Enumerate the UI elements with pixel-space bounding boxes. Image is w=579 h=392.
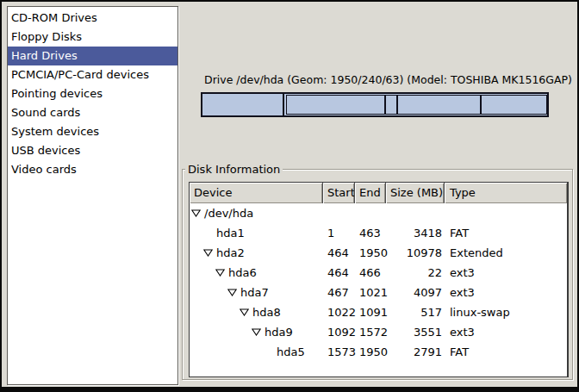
start-cell xyxy=(323,203,355,223)
table-row[interactable]: hda7 467 1021 4097 ext3 xyxy=(190,283,567,302)
start-cell: 467 xyxy=(323,283,355,302)
drive-geometry-label: Drive /dev/hda (Geom: 1950/240/63) (Mode… xyxy=(204,73,572,86)
size-cell: 3551 xyxy=(386,322,445,342)
partition-bar xyxy=(201,92,549,117)
type-cell: FAT xyxy=(445,223,567,243)
end-cell: 463 xyxy=(355,223,386,243)
device-name: /dev/hda xyxy=(204,203,253,223)
end-cell: 1950 xyxy=(355,342,386,362)
expander-triangle-icon[interactable] xyxy=(240,308,249,316)
device-cell: hda1 xyxy=(190,223,323,243)
table-row[interactable]: hda9 1092 1572 3551 ext3 xyxy=(190,322,567,342)
column-header-size-mb-[interactable]: Size (MB) xyxy=(386,183,445,203)
start-cell: 1022 xyxy=(323,302,355,322)
sidebar-item-usb-devices[interactable]: USB devices xyxy=(8,141,177,160)
device-category-list[interactable]: CD-ROM DrivesFloppy DisksHard DrivesPCMC… xyxy=(7,6,178,385)
partition-extended-box xyxy=(286,95,547,115)
end-cell xyxy=(355,203,386,223)
size-cell xyxy=(386,203,445,223)
start-cell: 464 xyxy=(323,263,355,283)
type-cell xyxy=(445,203,567,223)
sidebar-item-video-cards[interactable]: Video cards xyxy=(8,160,177,179)
device-cell: /dev/hda xyxy=(190,203,323,223)
disk-table-header: DeviceStartEndSize (MB)Type xyxy=(190,183,567,203)
end-cell: 1091 xyxy=(355,302,386,322)
type-cell: ext3 xyxy=(445,263,567,283)
size-cell: 517 xyxy=(386,302,445,322)
column-header-type[interactable]: Type xyxy=(445,183,567,203)
end-cell: 1572 xyxy=(355,322,386,342)
type-cell: Extended xyxy=(445,243,567,263)
expander-triangle-icon[interactable] xyxy=(203,249,213,257)
expander-triangle-icon[interactable] xyxy=(215,269,225,277)
sidebar-item-floppy-disks[interactable]: Floppy Disks xyxy=(8,28,177,47)
column-header-start[interactable]: Start xyxy=(323,183,355,203)
disk-table-body: /dev/hda hda1 1 463 3418 FAT hda2 464 19… xyxy=(190,203,567,362)
size-cell: 2791 xyxy=(386,342,445,362)
sidebar-item-pcmcia-pc-card-devices[interactable]: PCMCIA/PC-Card devices xyxy=(8,65,177,84)
start-cell: 464 xyxy=(323,243,355,263)
partition-divider xyxy=(396,96,398,114)
sidebar-item-pointing-devices[interactable]: Pointing devices xyxy=(8,84,177,103)
type-cell: ext3 xyxy=(445,322,567,342)
end-cell: 1021 xyxy=(355,283,386,302)
device-name: hda1 xyxy=(216,223,245,243)
partition-segment-primary xyxy=(202,94,284,115)
sidebar-item-hard-drives[interactable]: Hard Drives xyxy=(8,47,177,65)
table-row[interactable]: hda5 1573 1950 2791 FAT xyxy=(190,342,567,362)
device-name: hda7 xyxy=(240,283,269,302)
disk-information-frame: Disk Information DeviceStartEndSize (MB)… xyxy=(182,169,573,380)
sidebar-item-system-devices[interactable]: System devices xyxy=(8,122,177,141)
table-row[interactable]: hda6 464 466 22 ext3 xyxy=(190,263,567,283)
device-cell: hda7 xyxy=(190,283,323,302)
size-cell: 10978 xyxy=(386,243,445,263)
device-name: hda6 xyxy=(228,263,257,283)
end-cell: 1950 xyxy=(355,243,386,263)
device-cell: hda5 xyxy=(190,342,323,362)
end-cell: 466 xyxy=(355,263,386,283)
expander-triangle-icon[interactable] xyxy=(191,209,201,217)
column-header-end[interactable]: End xyxy=(355,183,386,203)
expander-triangle-icon[interactable] xyxy=(252,328,261,336)
column-header-device[interactable]: Device xyxy=(190,183,323,203)
disk-table: DeviceStartEndSize (MB)Type /dev/hda hda… xyxy=(189,182,569,377)
expander-triangle-icon[interactable] xyxy=(227,289,237,296)
size-cell: 4097 xyxy=(386,283,445,302)
hardware-browser-window: CD-ROM DrivesFloppy DisksHard DrivesPCMC… xyxy=(0,0,579,392)
device-name: hda5 xyxy=(277,342,305,362)
start-cell: 1 xyxy=(323,223,355,243)
frame-title: Disk Information xyxy=(185,163,283,176)
start-cell: 1092 xyxy=(323,322,355,342)
device-name: hda2 xyxy=(216,243,245,263)
partition-divider xyxy=(384,96,386,114)
sidebar-item-sound-cards[interactable]: Sound cards xyxy=(8,103,177,122)
size-cell: 3418 xyxy=(386,223,445,243)
device-name: hda9 xyxy=(265,322,293,342)
size-cell: 22 xyxy=(386,263,445,283)
type-cell: FAT xyxy=(445,342,567,362)
type-cell: ext3 xyxy=(445,283,567,302)
sidebar-item-cd-rom-drives[interactable]: CD-ROM Drives xyxy=(8,9,177,28)
start-cell: 1573 xyxy=(323,342,355,362)
table-row[interactable]: hda1 1 463 3418 FAT xyxy=(190,223,567,243)
device-name: hda8 xyxy=(252,302,281,322)
device-cell: hda6 xyxy=(190,263,323,283)
table-row[interactable]: /dev/hda xyxy=(190,203,567,223)
table-row[interactable]: hda8 1022 1091 517 linux-swap xyxy=(190,302,567,322)
partition-divider xyxy=(480,96,482,114)
device-cell: hda2 xyxy=(190,243,323,263)
table-row[interactable]: hda2 464 1950 10978 Extended xyxy=(190,243,567,263)
type-cell: linux-swap xyxy=(445,302,567,322)
device-cell: hda9 xyxy=(190,322,323,342)
device-cell: hda8 xyxy=(190,302,323,322)
